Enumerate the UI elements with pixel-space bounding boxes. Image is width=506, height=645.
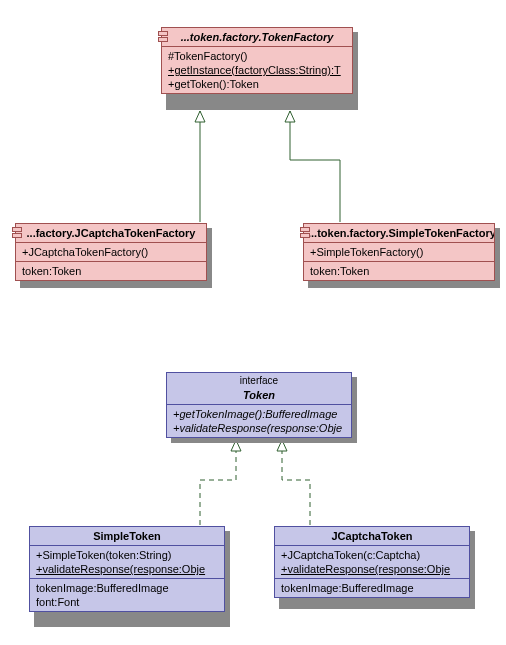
package-tab-icon	[300, 227, 310, 232]
interface-token[interactable]: interface Token +getTokenImage():Buffere…	[166, 372, 352, 438]
class-attributes: token:Token	[16, 262, 206, 280]
realization-arrow	[200, 440, 236, 525]
class-member: +getToken():Token	[162, 77, 352, 91]
class-member: +getTokenImage():BufferedImage	[167, 407, 351, 421]
package-tab-icon	[12, 233, 22, 238]
class-name: SimpleToken	[30, 527, 224, 546]
class-member: +getInstance(factoryClass:String):T	[162, 63, 352, 77]
class-member: token:Token	[304, 264, 494, 278]
class-attributes: tokenImage:BufferedImage	[275, 579, 469, 597]
package-tab-icon	[158, 31, 168, 36]
class-name: ...token.factory.TokenFactory	[162, 28, 352, 47]
class-operations: #TokenFactory() +getInstance(factoryClas…	[162, 47, 352, 93]
class-name: JCaptchaToken	[275, 527, 469, 546]
class-operations: +SimpleToken(token:String) +validateResp…	[30, 546, 224, 579]
class-member: +validateResponse(response:Obje	[275, 562, 469, 576]
class-member: +validateResponse(response:Obje	[30, 562, 224, 576]
interface-name: Token	[167, 386, 351, 405]
class-member: +SimpleToken(token:String)	[30, 548, 224, 562]
class-member: token:Token	[16, 264, 206, 278]
class-simpletokenfactory[interactable]: ...token.factory.SimpleTokenFactory +Sim…	[303, 223, 495, 281]
class-operations: +JCaptchaTokenFactory()	[16, 243, 206, 262]
class-member: tokenImage:BufferedImage	[30, 581, 224, 595]
class-member: #TokenFactory()	[162, 49, 352, 63]
class-operations: +SimpleTokenFactory()	[304, 243, 494, 262]
package-tab-icon	[158, 37, 168, 42]
generalization-arrow	[290, 111, 340, 222]
class-member: +JCaptchaToken(c:Captcha)	[275, 548, 469, 562]
class-jcaptchatoken[interactable]: JCaptchaToken +JCaptchaToken(c:Captcha) …	[274, 526, 470, 598]
stereotype-label: interface	[167, 373, 351, 386]
class-attributes: token:Token	[304, 262, 494, 280]
class-name: ...factory.JCaptchaTokenFactory	[16, 224, 206, 243]
realization-arrow	[282, 440, 310, 525]
interface-operations: +getTokenImage():BufferedImage +validate…	[167, 405, 351, 437]
class-member: +JCaptchaTokenFactory()	[16, 245, 206, 259]
class-name: ...token.factory.SimpleTokenFactory	[304, 224, 494, 243]
class-member: tokenImage:BufferedImage	[275, 581, 469, 595]
class-operations: +JCaptchaToken(c:Captcha) +validateRespo…	[275, 546, 469, 579]
uml-class-diagram: ...token.factory.TokenFactory #TokenFact…	[0, 0, 506, 645]
class-tokenfactory[interactable]: ...token.factory.TokenFactory #TokenFact…	[161, 27, 353, 94]
class-jcaptchatokenfactory[interactable]: ...factory.JCaptchaTokenFactory +JCaptch…	[15, 223, 207, 281]
class-attributes: tokenImage:BufferedImage font:Font	[30, 579, 224, 611]
package-tab-icon	[12, 227, 22, 232]
class-member: +validateResponse(response:Obje	[167, 421, 351, 435]
package-tab-icon	[300, 233, 310, 238]
class-member: +SimpleTokenFactory()	[304, 245, 494, 259]
class-simpletoken[interactable]: SimpleToken +SimpleToken(token:String) +…	[29, 526, 225, 612]
class-member: font:Font	[30, 595, 224, 609]
